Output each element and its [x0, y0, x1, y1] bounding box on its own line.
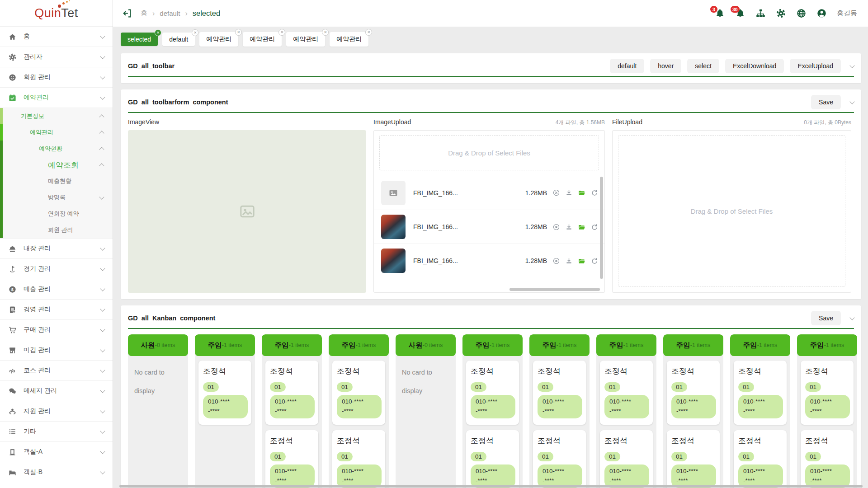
reload-file-icon[interactable]	[590, 223, 598, 231]
kanban-card[interactable]: 조정석01010-****-****	[801, 430, 854, 488]
tab-예약관리[interactable]: 예약관리✕	[199, 32, 238, 47]
sidebar-item[interactable]: 객실-B	[0, 462, 113, 482]
sidebar-item[interactable]: 관리자	[0, 47, 113, 67]
sidebar-item[interactable]: 구매 관리	[0, 319, 113, 340]
sidebar-item[interactable]: 객실-A	[0, 441, 113, 462]
kanban-card[interactable]: 조정석01010-****-****	[332, 430, 385, 488]
alert-bell-icon[interactable]: 30	[735, 8, 745, 19]
tab-예약관리[interactable]: 예약관리✕	[330, 32, 368, 47]
org-chart-icon[interactable]	[755, 8, 766, 19]
kanban-card[interactable]: 조정석01010-****-****	[332, 361, 385, 425]
hover-button[interactable]: hover	[650, 59, 681, 73]
reload-file-icon[interactable]	[590, 189, 598, 197]
imageupload-dropzone[interactable]: Drag & Drop of Select Files	[379, 135, 599, 170]
reload-file-icon[interactable]	[590, 257, 598, 265]
open-file-icon[interactable]	[578, 257, 585, 265]
remove-file-icon[interactable]	[552, 189, 560, 197]
breadcrumb-item[interactable]: 홈	[141, 9, 147, 18]
exceldownload-button[interactable]: ExcelDownload	[725, 59, 784, 73]
sidebar-subitem[interactable]: 연회장 예약	[0, 206, 113, 222]
open-file-icon[interactable]	[578, 223, 585, 231]
kanban-card[interactable]: 조정석01010-****-****	[533, 361, 586, 425]
kanban-column-header[interactable]: 주임-1 items	[329, 334, 389, 356]
sidebar-subitem[interactable]: 회원 관리	[0, 222, 113, 238]
open-file-icon[interactable]	[578, 189, 585, 197]
sidebar-item[interactable]: 경영 관리	[0, 299, 113, 319]
sidebar-item[interactable]: 메세지 관리	[0, 380, 113, 401]
sidebar-subitem[interactable]: 기본정보	[0, 108, 113, 124]
default-button[interactable]: default	[610, 59, 644, 73]
save-button[interactable]: Save	[811, 311, 841, 325]
kanban-card[interactable]: 조정석01010-****-****	[265, 361, 318, 425]
kanban-column-header[interactable]: 사원-0 items	[128, 334, 188, 356]
sidebar-item[interactable]: 코스 관리	[0, 360, 113, 380]
kanban-card[interactable]: 조정석01010-****-****	[533, 430, 586, 488]
fileupload-dropzone[interactable]: Drag & Drop of Select Files	[618, 135, 845, 287]
user-avatar-icon[interactable]	[816, 8, 827, 19]
kanban-column-header[interactable]: 주임-1 items	[730, 334, 790, 356]
chevron-down-icon[interactable]	[849, 63, 854, 68]
collapse-sidebar-icon[interactable]	[122, 8, 133, 19]
kanban-card[interactable]: 조정석01010-****-****	[600, 361, 653, 425]
download-file-icon[interactable]	[565, 257, 573, 265]
kanban-column-header[interactable]: 사원-0 items	[396, 334, 456, 356]
kanban-column-header[interactable]: 주임-1 items	[797, 334, 857, 356]
breadcrumb-item[interactable]: default	[160, 9, 180, 17]
brand-logo[interactable]: QuinTet	[0, 0, 113, 26]
kanban-card[interactable]: 조정석01010-****-****	[466, 430, 519, 488]
close-tab-icon[interactable]: ✕	[365, 29, 372, 36]
kanban-card[interactable]: 조정석01010-****-****	[198, 361, 251, 425]
sidebar-item[interactable]: 경기 관리	[0, 258, 113, 279]
kanban-card[interactable]: 조정석01010-****-****	[734, 430, 787, 488]
kanban-column-header[interactable]: 주임-1 items	[529, 334, 590, 356]
tab-selected[interactable]: selected✕	[121, 33, 158, 46]
sidebar-item[interactable]: 내장 관리	[0, 238, 113, 258]
remove-file-icon[interactable]	[552, 257, 560, 265]
kanban-column-header[interactable]: 주임-1 items	[262, 334, 322, 356]
language-globe-icon[interactable]	[796, 8, 807, 19]
remove-file-icon[interactable]	[552, 223, 560, 231]
kanban-column-header[interactable]: 주임-1 items	[462, 334, 523, 356]
sidebar-subitem[interactable]: 예약조회	[0, 157, 113, 173]
page-horizontal-scrollbar[interactable]	[119, 485, 863, 488]
sidebar-subitem[interactable]: 예약관리	[0, 124, 113, 141]
kanban-card[interactable]: 조정석01010-****-****	[667, 361, 720, 425]
chevron-down-icon[interactable]	[849, 315, 854, 320]
kanban-column-header[interactable]: 주임-1 items	[195, 334, 255, 356]
excelupload-button[interactable]: ExcelUpload	[790, 59, 841, 73]
select-button[interactable]: select	[687, 59, 719, 73]
tab-예약관리[interactable]: 예약관리✕	[286, 32, 325, 47]
sidebar-subitem[interactable]: 매출현황	[0, 173, 113, 189]
sidebar-item[interactable]: 회원 관리	[0, 67, 113, 87]
close-tab-icon[interactable]: ✕	[278, 29, 285, 36]
sidebar-subitem[interactable]: 방명록	[0, 189, 113, 206]
sidebar-subitem[interactable]: 예약현황	[0, 141, 113, 157]
kanban-card[interactable]: 조정석01010-****-****	[466, 361, 519, 425]
sidebar-item[interactable]: 예약관리	[0, 87, 113, 108]
close-tab-icon[interactable]: ✕	[155, 29, 161, 36]
chevron-down-icon[interactable]	[849, 99, 854, 104]
sidebar-item[interactable]: 홈	[0, 26, 113, 47]
download-file-icon[interactable]	[565, 223, 573, 231]
close-tab-icon[interactable]: ✕	[192, 29, 198, 36]
settings-gear-icon[interactable]	[776, 8, 786, 19]
breadcrumb-item[interactable]: selected	[193, 9, 220, 18]
tab-default[interactable]: default✕	[162, 33, 195, 46]
file-list-vertical-scrollbar[interactable]	[600, 177, 603, 279]
kanban-card[interactable]: 조정석01010-****-****	[265, 430, 318, 488]
close-tab-icon[interactable]: ✕	[322, 29, 329, 36]
kanban-card[interactable]: 조정석01010-****-****	[801, 361, 854, 425]
tab-예약관리[interactable]: 예약관리✕	[243, 32, 282, 47]
download-file-icon[interactable]	[565, 189, 573, 197]
close-tab-icon[interactable]: ✕	[235, 29, 242, 36]
kanban-card[interactable]: 조정석01010-****-****	[667, 430, 720, 488]
kanban-card[interactable]: 조정석01010-****-****	[600, 430, 653, 488]
sidebar-item[interactable]: 자원 관리	[0, 401, 113, 421]
file-list-horizontal-scrollbar[interactable]	[509, 288, 600, 291]
kanban-column-header[interactable]: 주임-1 items	[596, 334, 656, 356]
kanban-column-header[interactable]: 주임-1 items	[663, 334, 723, 356]
sidebar-item[interactable]: $매출 관리	[0, 279, 113, 299]
kanban-card[interactable]: 조정석01010-****-****	[734, 361, 787, 425]
sidebar-item[interactable]: 기타	[0, 421, 113, 441]
save-button[interactable]: Save	[811, 95, 841, 109]
